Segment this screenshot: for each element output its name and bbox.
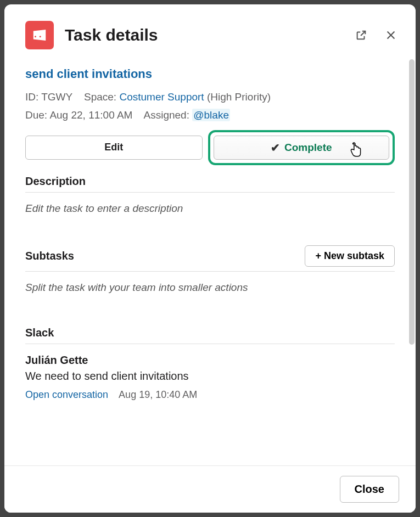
description-placeholder: Edit the task to enter a description bbox=[25, 203, 395, 215]
open-conversation-link[interactable]: Open conversation bbox=[25, 389, 108, 400]
modal-footer: Close bbox=[4, 465, 416, 513]
slack-author: Julián Gette bbox=[25, 354, 395, 367]
close-button[interactable]: Close bbox=[340, 476, 399, 503]
divider bbox=[25, 192, 395, 193]
task-details-modal: Task details send client invitations ID:… bbox=[4, 4, 416, 513]
slack-meta: Open conversation Aug 19, 10:40 AM bbox=[25, 389, 395, 401]
close-icon[interactable] bbox=[383, 27, 399, 43]
id-label: ID: bbox=[25, 91, 38, 103]
modal-header: Task details bbox=[4, 4, 416, 59]
open-external-icon[interactable] bbox=[353, 27, 369, 43]
task-action-row: Edit ✔ Complete bbox=[25, 136, 395, 160]
task-meta: ID: TGWY Space: Costumer Support (High P… bbox=[25, 88, 395, 125]
description-heading: Description bbox=[25, 175, 395, 188]
check-icon: ✔ bbox=[271, 141, 280, 154]
subtasks-heading: Subtasks bbox=[25, 250, 74, 262]
assignee-mention[interactable]: @blake bbox=[192, 109, 230, 121]
due-value: Aug 22, 11:00 AM bbox=[49, 109, 132, 121]
id-value: TGWY bbox=[41, 91, 72, 103]
slack-heading: Slack bbox=[25, 327, 395, 339]
divider bbox=[25, 344, 395, 344]
complete-label: Complete bbox=[284, 142, 332, 154]
task-title[interactable]: send client invitations bbox=[25, 67, 395, 81]
due-label: Due: bbox=[25, 109, 47, 121]
priority-text: (High Priority) bbox=[207, 91, 271, 103]
slack-message: We need to send client invitations bbox=[25, 370, 395, 383]
modal-title: Task details bbox=[65, 26, 342, 44]
complete-highlight: ✔ Complete bbox=[208, 130, 395, 165]
slack-timestamp: Aug 19, 10:40 AM bbox=[119, 389, 197, 400]
new-subtask-button[interactable]: + New subtask bbox=[305, 245, 395, 267]
subtasks-header-row: Subtasks + New subtask bbox=[25, 245, 395, 267]
scrollbar[interactable] bbox=[409, 59, 415, 345]
space-link[interactable]: Costumer Support bbox=[119, 91, 204, 103]
space-label: Space: bbox=[84, 91, 116, 103]
app-icon bbox=[25, 21, 54, 49]
assigned-label: Assigned: bbox=[144, 109, 189, 121]
subtasks-placeholder: Split the task with your team into small… bbox=[25, 282, 395, 294]
modal-body: send client invitations ID: TGWY Space: … bbox=[4, 59, 416, 465]
edit-button[interactable]: Edit bbox=[25, 136, 203, 160]
divider bbox=[25, 271, 395, 272]
complete-button[interactable]: ✔ Complete bbox=[214, 136, 390, 160]
header-actions bbox=[353, 27, 399, 43]
